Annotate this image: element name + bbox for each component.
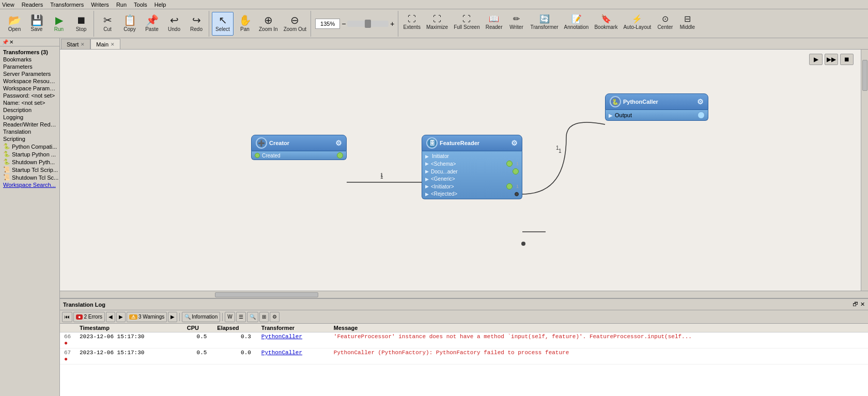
zoom-control: − + <box>312 11 398 37</box>
tab-main-close-icon[interactable]: ✕ <box>111 42 115 47</box>
zoom-out-button[interactable]: ⊖ Zoom Out <box>281 12 309 36</box>
copy-button[interactable]: 📋 Copy <box>119 12 141 36</box>
node-pc-header: 🐍 PythonCaller ⚙ <box>605 93 708 110</box>
menu-view[interactable]: View <box>2 2 14 8</box>
sidebar-item-translation[interactable]: Translation <box>1 128 58 135</box>
extents-button[interactable]: ⛶ Extents <box>401 11 423 35</box>
log-list-button[interactable]: ☰ <box>236 312 246 322</box>
sidebar-item-description[interactable]: Description <box>1 106 58 114</box>
log-maximize-icon[interactable]: 🗗 <box>853 301 858 308</box>
select-button[interactable]: ↖ Select <box>212 12 234 36</box>
sidebar-item-parameters[interactable]: Parameters <box>1 63 58 70</box>
node-fr-schema-label: <Schema> <box>431 161 503 167</box>
maximize-button[interactable]: ⛶ Maximize <box>424 11 451 35</box>
node-python-caller[interactable]: 🐍 PythonCaller ⚙ ▶ Output <box>605 93 708 121</box>
zoom-input[interactable] <box>315 19 340 29</box>
open-button[interactable]: 📂 Open <box>4 12 25 36</box>
transformer-button[interactable]: 🔄 Transformer <box>528 11 561 35</box>
sidebar-item-transformers[interactable]: Transformers (3) <box>1 49 58 56</box>
canvas-run-button[interactable]: ▶ <box>809 54 823 65</box>
annotation-button[interactable]: 📝 Annotation <box>562 11 592 35</box>
sidebar-close-icon[interactable]: ✕ <box>9 39 13 45</box>
menu-writers[interactable]: Writers <box>91 2 109 8</box>
col-cpu: CPU <box>183 324 213 332</box>
node-feature-reader[interactable]: 🗄 FeatureReader ⚙ ▶ Initiator <box>422 135 522 199</box>
log-warnings-button[interactable]: ⚠ 3 Warnings <box>127 312 167 322</box>
zoom-minus-icon[interactable]: − <box>342 20 346 28</box>
fullscreen-button[interactable]: ⛶ Full Screen <box>451 11 483 35</box>
log-row-66-transformer-link[interactable]: PythonCaller <box>261 334 302 340</box>
hscroll-thumb[interactable] <box>215 292 318 297</box>
log-word-wrap-button[interactable]: W <box>225 312 235 322</box>
extents-icon: ⛶ <box>408 15 416 23</box>
sidebar-item-reader-writer-redir[interactable]: Reader/Writer Redir... <box>1 121 58 128</box>
log-errors-nav-next[interactable]: ▶ <box>116 312 126 322</box>
redo-button[interactable]: ↪ Redo <box>185 12 207 36</box>
save-button[interactable]: 💾 Save <box>26 12 48 36</box>
log-search-button[interactable]: 🔍 <box>247 312 258 322</box>
node-pc-port-connector <box>698 112 705 119</box>
sidebar-item-startup-tcl[interactable]: 📜 Startup Tcl Scrip... <box>1 166 58 173</box>
log-errors-button[interactable]: ● 2 Errors <box>73 312 105 322</box>
sidebar-item-workspace-params[interactable]: Workspace Parameters <box>1 85 58 92</box>
node-creator[interactable]: ➕ Creator ⚙ Created <box>251 135 347 160</box>
sidebar-item-workspace-search[interactable]: Workspace Search... <box>1 181 58 188</box>
tab-start-close-icon[interactable]: ✕ <box>81 42 85 47</box>
log-row-67-transformer[interactable]: PythonCaller <box>257 349 330 365</box>
zoom-slider[interactable] <box>347 21 389 27</box>
log-row-67-transformer-link[interactable]: PythonCaller <box>261 350 302 356</box>
tab-main[interactable]: Main ✕ <box>90 39 120 49</box>
vertical-scrollbar[interactable] <box>861 50 868 291</box>
stop-button[interactable]: ⏹ Stop <box>70 12 92 36</box>
sidebar-content: Transformers (3) Bookmarks Parameters Se… <box>0 46 59 396</box>
horizontal-scrollbar[interactable] <box>60 291 868 298</box>
canvas[interactable]: 1 1 ▶ ▶▶ <box>60 50 861 291</box>
sidebar-item-shutdown-python[interactable]: 🐍 Shutdown Pyth... <box>1 158 58 166</box>
menu-readers[interactable]: Readers <box>22 2 43 8</box>
zoom-plus-icon[interactable]: + <box>390 20 394 28</box>
sidebar-item-server-params[interactable]: Server Parameters <box>1 70 58 77</box>
reader-button[interactable]: 📖 Reader <box>483 11 505 35</box>
auto-layout-button[interactable]: ⚡ Auto-Layout <box>621 11 654 35</box>
sidebar-item-name[interactable]: Name: <not set> <box>1 99 58 106</box>
node-fr-gear-icon[interactable]: ⚙ <box>511 139 518 147</box>
sidebar-item-bookmarks[interactable]: Bookmarks <box>1 56 58 63</box>
log-warnings-nav-next[interactable]: ▶ <box>168 312 177 322</box>
sidebar-item-logging[interactable]: Logging <box>1 114 58 121</box>
menu-tools[interactable]: Tools <box>134 2 147 8</box>
sidebar-item-workspace-resources[interactable]: Workspace Resources <box>1 77 58 85</box>
writer-button[interactable]: ✏ Writer <box>506 11 528 35</box>
node-pc-gear-icon[interactable]: ⚙ <box>697 98 704 106</box>
pan-button[interactable]: ✋ Pan <box>234 12 256 36</box>
paste-button[interactable]: 📌 Paste <box>141 12 163 36</box>
zoom-in-button[interactable]: ⊕ Zoom In <box>256 12 281 36</box>
log-row-66-transformer[interactable]: PythonCaller <box>257 332 330 349</box>
log-close-icon[interactable]: ✕ <box>860 301 865 308</box>
sidebar-pin-icon[interactable]: 📌 <box>2 39 8 45</box>
cut-button[interactable]: ✂ Cut <box>97 12 118 36</box>
log-settings-button[interactable]: ⚙ <box>270 312 280 322</box>
log-errors-nav-prev[interactable]: ◀ <box>106 312 115 322</box>
sidebar-item-shutdown-tcl[interactable]: 📜 Shutdown Tcl Sc... <box>1 173 58 181</box>
menu-transformers[interactable]: Transformers <box>50 2 84 8</box>
menu-run[interactable]: Run <box>116 2 127 8</box>
canvas-stop-button[interactable]: ⏹ <box>840 54 854 65</box>
run-button[interactable]: ▶ Run <box>48 12 70 36</box>
vscroll-thumb[interactable] <box>862 60 867 91</box>
sidebar-item-password[interactable]: Password: <not set> <box>1 92 58 99</box>
sidebar-item-startup-python[interactable]: 🐍 Startup Python ... <box>1 150 58 158</box>
log-info-button[interactable]: 🔍 Information <box>182 312 220 322</box>
sidebar-item-scripting[interactable]: Scripting <box>1 135 58 142</box>
tab-start[interactable]: Start ✕ <box>61 39 90 49</box>
canvas-step-button[interactable]: ▶▶ <box>825 54 838 65</box>
middle-button[interactable]: ⊟ Middle <box>676 11 698 35</box>
log-filter-button[interactable]: ⊞ <box>259 312 269 322</box>
bookmark-button[interactable]: 🔖 Bookmark <box>592 11 620 35</box>
node-creator-gear-icon[interactable]: ⚙ <box>335 139 342 147</box>
sidebar-item-python-compat[interactable]: 🐍 Python Compati... <box>1 142 58 150</box>
canvas-area: Start ✕ Main ✕ 1 <box>60 38 868 298</box>
center-button[interactable]: ⊙ Center <box>654 11 676 35</box>
undo-button[interactable]: ↩ Undo <box>163 12 185 36</box>
log-scroll-top-button[interactable]: ⏮ <box>62 312 72 322</box>
menu-help[interactable]: Help <box>154 2 166 8</box>
